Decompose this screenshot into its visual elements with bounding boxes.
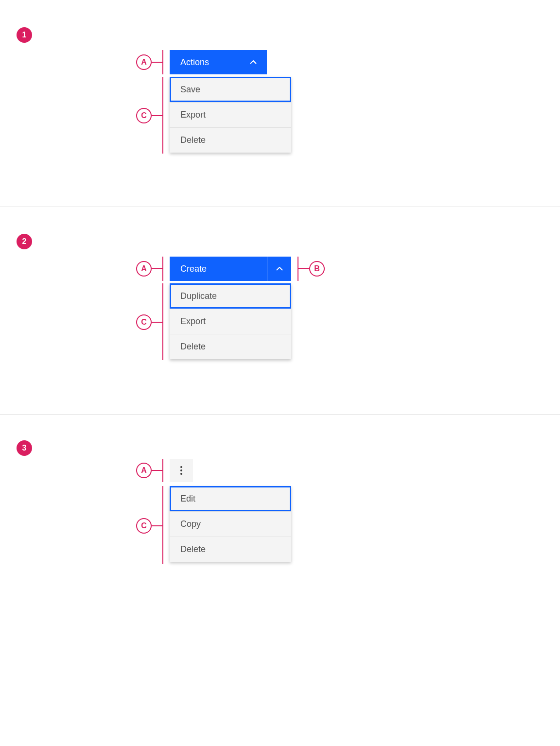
menu-item-save[interactable]: Save <box>170 77 291 102</box>
menu-item-delete[interactable]: Delete <box>170 537 291 562</box>
annotation-a: A <box>136 463 152 478</box>
annotation-connector <box>298 268 309 269</box>
annotation-connector <box>152 322 162 323</box>
annotation-vline <box>162 257 163 281</box>
menu-item-edit[interactable]: Edit <box>170 486 291 511</box>
actions-label: Actions <box>180 57 209 68</box>
section-number-badge: 1 <box>17 27 32 43</box>
annotation-vline <box>162 486 163 564</box>
annotation-b: B <box>309 261 325 277</box>
annotation-c: C <box>136 518 152 534</box>
annotation-connector <box>152 470 162 471</box>
menu-item-export[interactable]: Export <box>170 309 291 334</box>
annotation-vline <box>162 283 163 360</box>
annotation-connector <box>152 268 162 269</box>
overflow-menu-button[interactable] <box>170 459 193 482</box>
section-number-badge: 2 <box>17 234 32 249</box>
kebab-icon <box>180 466 182 475</box>
chevron-up-icon[interactable] <box>276 265 283 273</box>
annotation-connector <box>152 62 162 63</box>
menu-item-delete[interactable]: Delete <box>170 334 291 359</box>
annotation-c: C <box>136 314 152 330</box>
actions-menu-button[interactable]: Actions <box>170 50 267 74</box>
menu-item-delete[interactable]: Delete <box>170 127 291 153</box>
annotation-vline <box>162 50 163 74</box>
section-number-badge: 3 <box>17 440 32 456</box>
annotation-a: A <box>136 261 152 277</box>
chevron-up-icon <box>249 58 257 66</box>
annotation-vline <box>162 459 163 482</box>
annotation-connector <box>152 525 162 526</box>
menu-item-export[interactable]: Export <box>170 102 291 127</box>
split-divider <box>267 257 267 281</box>
annotation-c: C <box>136 108 152 123</box>
overflow-menu: Edit Copy Delete <box>170 486 291 562</box>
create-menu: Duplicate Export Delete <box>170 283 291 359</box>
create-label: Create <box>180 264 207 274</box>
menu-item-duplicate[interactable]: Duplicate <box>170 283 291 309</box>
annotation-a: A <box>136 54 152 70</box>
annotation-connector <box>152 115 162 116</box>
actions-menu: Save Export Delete <box>170 77 291 153</box>
annotation-vline <box>162 77 163 154</box>
menu-item-copy[interactable]: Copy <box>170 511 291 537</box>
create-split-button[interactable]: Create <box>170 257 291 281</box>
